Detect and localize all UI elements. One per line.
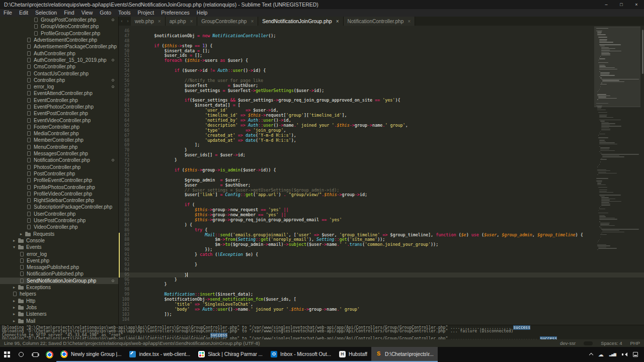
tab-api-php[interactable]: api.php× <box>166 17 198 26</box>
sidebar-file-contactuscontroller-php[interactable]: ContactUsController.php <box>0 70 118 76</box>
pinned-chrome-button[interactable] <box>42 347 56 362</box>
menu-item-edit[interactable]: Edit <box>16 9 32 17</box>
sidebar-file-event-php[interactable]: Event.php <box>0 257 118 264</box>
scrollbar-thumb[interactable] <box>642 30 643 74</box>
code-line-93[interactable]: 93 } <box>119 262 644 267</box>
sidebar-folder-http[interactable]: ▸Http <box>0 297 118 304</box>
sidebar-file-messagepublished-php[interactable]: MessagePublished.php <box>0 264 118 270</box>
tab-close-icon[interactable]: × <box>408 19 411 24</box>
sidebar-file-cmscontroller-php[interactable]: CmsController.php <box>0 63 118 70</box>
menu-item-selection[interactable]: Selection <box>32 9 60 17</box>
sidebar-folder-exceptions[interactable]: ▸Exceptions <box>0 284 118 291</box>
sidebar-file-authcontroller-15-10-2019-php[interactable]: AuthController_15_10_2019.php <box>0 57 118 63</box>
tab-close-icon[interactable]: × <box>190 19 193 24</box>
tab-groupcontroller-php[interactable]: GroupController.php× <box>197 17 258 26</box>
minimize-button[interactable]: – <box>599 0 614 9</box>
sidebar-file-profilevideocontroller-php[interactable]: ProfileVideoController.php <box>0 191 118 197</box>
sidebar-file-videocontroller-php[interactable]: VideoController.php <box>0 224 118 230</box>
sidebar-folder-mail[interactable]: ▸Mail <box>0 317 118 324</box>
sidebar-file-sendnotificationjoingroup-php[interactable]: SendNotificationJoinGroup.php <box>0 278 118 284</box>
menu-item-preferences[interactable]: Preferences <box>157 9 193 17</box>
sidebar-file-notificationpublished-php[interactable]: NotificationPublished.php <box>0 270 118 277</box>
menu-item-tools[interactable]: Tools <box>115 9 134 17</box>
code-line-94[interactable]: 94 <box>119 267 644 273</box>
code-line-96[interactable]: 96 } <box>119 278 644 283</box>
menu-item-find[interactable]: Find <box>60 9 77 17</box>
code-line-72[interactable]: 72 } <box>119 158 644 163</box>
sidebar-file-eventpostcontroller-php[interactable]: EventPostController.php <box>0 110 118 117</box>
onedrive-icon[interactable]: ☁ <box>598 352 604 357</box>
sidebar-file-membercontroller-php[interactable]: MemberController.php <box>0 137 118 143</box>
menu-item-help[interactable]: Help <box>193 9 211 17</box>
menu-item-view[interactable]: View <box>78 9 97 17</box>
sidebar-file-profilegroupcontroller-php[interactable]: ProfileGroupController.php <box>0 30 118 37</box>
editor-scrollbar[interactable] <box>641 26 644 325</box>
sidebar-file-photoscontroller-php[interactable]: PhotosController.php <box>0 164 118 170</box>
sidebar-folder-events[interactable]: ▾Events <box>0 244 118 250</box>
tab-notificationcontroller-php[interactable]: NotificationController.php× <box>344 17 416 26</box>
taskbar-task-sublime[interactable]: D:\Chetan\projects\r... <box>371 347 438 362</box>
sidebar-file-eventcontroller-php[interactable]: EventController.php <box>0 97 118 104</box>
sidebar-file-eventattendcontroller-php[interactable]: EventAttendController.php <box>0 90 118 97</box>
sidebar-file-authcontroller-php[interactable]: AuthController.php <box>0 50 118 56</box>
code-line-80[interactable]: 80 <box>119 198 644 203</box>
tab-sendnotificationjoingroup-php[interactable]: SendNotificationJoinGroup.php× <box>258 17 343 26</box>
maximize-button[interactable]: □ <box>614 0 629 9</box>
sidebar-file-advertisementcontroller-php[interactable]: AdvertisementController.php <box>0 37 118 43</box>
sidebar-file-subscriptionpackagecontroller-php[interactable]: SubscriptionPackageController.php <box>0 204 118 210</box>
sidebar-file-groupvideocontroller-php[interactable]: GroupVideoController.php <box>0 23 118 30</box>
minimap[interactable] <box>594 27 640 324</box>
sidebar-file-rightsidebarcontroller-php[interactable]: RightSidebarController.php <box>0 197 118 204</box>
status-syntax[interactable]: PHP <box>630 340 640 346</box>
search-button[interactable] <box>14 347 28 362</box>
tab-close-icon[interactable]: × <box>251 19 254 24</box>
code-line-97[interactable]: 97 } <box>119 282 644 287</box>
sidebar-file-grouppostcontroller-php[interactable]: GroupPostController.php <box>0 17 118 23</box>
menu-item-project[interactable]: Project <box>134 9 158 17</box>
tab-scroll-left-icon[interactable]: ‹ <box>119 17 125 26</box>
sidebar-file-eventphotoscontroller-php[interactable]: EventPhotosController.php <box>0 104 118 110</box>
code-line-54[interactable]: 54 if ($user->id != Auth::user()->id) { <box>119 68 644 73</box>
code-line-79[interactable]: 79 $user['link'] = Config::get('app.url'… <box>119 193 644 198</box>
code-line-102[interactable]: 102 'body' => Auth::user()->name.' joine… <box>119 307 644 312</box>
minimap-viewport[interactable] <box>594 27 640 107</box>
sidebar-folder-jobs[interactable]: ▸Jobs <box>0 304 118 311</box>
code-line-84[interactable]: 84 $this->group->group_req_join_group_ap… <box>119 218 644 223</box>
sidebar-folder-console[interactable]: ▸Console <box>0 237 118 244</box>
code-line-71[interactable]: 71 $user_ids[] = $user->id; <box>119 153 644 158</box>
sidebar-file-userpostcontroller-php[interactable]: UserPostController.php <box>0 217 118 224</box>
sidebar-file-error-log[interactable]: error_log <box>0 250 118 257</box>
taskbar-task-chrome[interactable]: Newly single Group |... <box>56 347 125 362</box>
menu-item-goto[interactable]: Goto <box>96 9 115 17</box>
action-center-icon[interactable] <box>633 352 638 357</box>
status-branch[interactable]: dev-ssr <box>560 340 576 346</box>
network-icon[interactable]: ▂▄▆ <box>609 352 616 356</box>
taskbar-task-hubstaff[interactable]: Hubstaff <box>335 347 371 362</box>
code-line-47[interactable]: 47 $notificationObj = new NotificationCo… <box>119 34 644 39</box>
sidebar-file-advertisementpackagecontroller-php[interactable]: AdvertisementPackageController.php <box>0 43 118 50</box>
tab-close-icon[interactable]: × <box>158 19 161 24</box>
code-line-58[interactable]: 58 $user_settings = $userTest->getUserSe… <box>119 88 644 94</box>
sidebar-file-mediacontroller-php[interactable]: MediaController.php <box>0 130 118 137</box>
sidebar-file-controller-php[interactable]: Controller.php <box>0 77 118 83</box>
taskbar-task-outlook[interactable]: Inbox - Microsoft Out... <box>267 347 335 362</box>
close-button[interactable]: × <box>629 0 644 9</box>
menu-item-file[interactable]: File <box>0 9 16 17</box>
code-line-104[interactable]: 104 <box>119 317 644 322</box>
volume-icon[interactable] <box>621 352 627 357</box>
code-line-91[interactable]: 91 } catch (\Exception $e) { <box>119 252 644 257</box>
sidebar-file-profilephotoscontroller-php[interactable]: ProfilePhotosController.php <box>0 184 118 190</box>
sidebar-file-postcontroller-php[interactable]: PostController.php <box>0 170 118 177</box>
sidebar-file-menucontroller-php[interactable]: MenuController.php <box>0 144 118 150</box>
code-area[interactable]: 4647 $notificationObj = new Notification… <box>119 26 644 325</box>
sidebar-file-usercontroller-php[interactable]: UserController.php <box>0 211 118 217</box>
code-line-69[interactable]: 69 ]; <box>119 143 644 148</box>
tab-close-icon[interactable]: × <box>336 19 339 24</box>
sidebar-file-footercontroller-php[interactable]: FooterController.php <box>0 124 118 130</box>
sidebar-file-helpers[interactable]: helpers <box>0 291 118 297</box>
sidebar-file-messagescontroller-php[interactable]: MessagesController.php <box>0 150 118 157</box>
sidebar-folder-listeners[interactable]: ▸Listeners <box>0 311 118 317</box>
code-line-74[interactable]: 74 if ($this->group->is_admin($user->id)… <box>119 168 644 173</box>
sidebar-file-notificationcontroller-php[interactable]: NotificationController.php <box>0 157 118 163</box>
taskbar-task-slack[interactable]: Slack | Chirag Parmar ... <box>194 347 267 362</box>
